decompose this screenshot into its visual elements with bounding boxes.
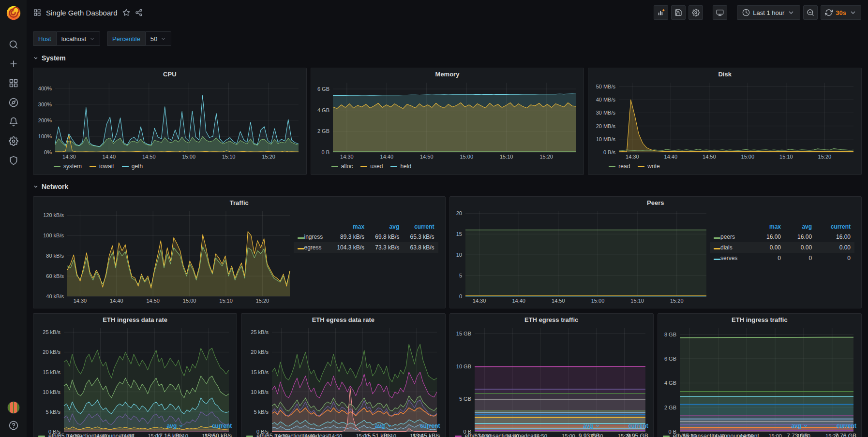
svg-text:10 MB/s: 10 MB/s bbox=[596, 136, 616, 142]
refresh-button[interactable]: 30s bbox=[821, 5, 861, 20]
svg-text:15:10: 15:10 bbox=[500, 154, 513, 160]
chevron-down-icon bbox=[33, 55, 39, 61]
dashboard-title[interactable]: Single Geth Dasboard bbox=[46, 9, 118, 17]
legend-value: 0.00 bbox=[816, 242, 854, 253]
grafana-logo[interactable] bbox=[5, 5, 22, 21]
legend-item[interactable]: eth/63 transaction broadcast bbox=[455, 433, 552, 437]
cycle-view-button[interactable] bbox=[713, 5, 727, 20]
peers-chart[interactable]: 0510152014:3014:4014:5015:0015:1015:20 bbox=[454, 208, 710, 305]
svg-text:0%: 0% bbox=[44, 149, 52, 155]
legend-header-avg[interactable]: avg bbox=[760, 422, 808, 429]
time-range-picker[interactable]: Last 1 hour bbox=[737, 5, 800, 20]
memory-legend: allocusedheld bbox=[315, 161, 580, 172]
svg-text:10 kB/s: 10 kB/s bbox=[251, 389, 269, 395]
chevron-down-icon bbox=[90, 36, 95, 42]
legend-item[interactable]: eth/65 transaction announcement bbox=[663, 433, 760, 437]
panel-title-disk[interactable]: Disk bbox=[588, 68, 861, 80]
svg-text:15:20: 15:20 bbox=[818, 154, 832, 160]
legend-header[interactable]: avg bbox=[785, 222, 816, 232]
legend-header[interactable]: max bbox=[754, 222, 785, 232]
server-admin-icon[interactable] bbox=[0, 151, 27, 170]
memory-chart[interactable]: 0 B2 GB4 GB6 GB14:3014:4014:5015:0015:10… bbox=[315, 80, 580, 161]
host-select[interactable]: localhost bbox=[56, 31, 100, 46]
legend-item[interactable]: iowait bbox=[90, 163, 114, 170]
legend-item[interactable]: used bbox=[360, 163, 383, 170]
share-icon[interactable] bbox=[135, 9, 143, 16]
legend-item[interactable]: eth/65 transaction announcement bbox=[38, 433, 135, 437]
svg-text:25 kB/s: 25 kB/s bbox=[251, 329, 269, 335]
svg-text:14:50: 14:50 bbox=[552, 298, 565, 304]
eth-egress-data-rate-chart[interactable]: 0 B/s5 kB/s10 kB/s15 kB/s20 kB/s25 kB/s1… bbox=[245, 325, 441, 420]
legend-row: egress104.3 kB/s73.3 kB/s63.8 kB/s bbox=[294, 242, 438, 253]
add-panel-button[interactable] bbox=[654, 5, 668, 20]
legend-label: read bbox=[618, 163, 630, 170]
legend-header[interactable]: max bbox=[330, 222, 368, 232]
help-icon[interactable] bbox=[0, 421, 27, 430]
cpu-chart[interactable]: 0%100%200%300%400%14:3014:4014:5015:0015… bbox=[37, 80, 302, 161]
legend-item[interactable]: held bbox=[390, 163, 411, 170]
legend-header-avg[interactable]: avg bbox=[344, 422, 392, 429]
dashboard-settings-button[interactable] bbox=[688, 5, 703, 20]
explore-icon[interactable] bbox=[0, 93, 27, 112]
save-dashboard-button[interactable] bbox=[671, 5, 686, 20]
chevron-down-icon bbox=[787, 9, 795, 16]
panel-title-peers[interactable]: Peers bbox=[450, 197, 862, 208]
panel-title-eth-ingress-traffic[interactable]: ETH ingress traffic bbox=[658, 314, 861, 325]
legend-item[interactable]: system bbox=[54, 163, 82, 170]
legend-header-current[interactable]: current bbox=[392, 422, 440, 429]
refresh-interval[interactable]: 30s bbox=[836, 9, 846, 16]
create-icon[interactable] bbox=[0, 54, 27, 73]
eth-ingress-traffic-chart[interactable]: 0 B2 GB4 GB6 GB8 GB14:3014:4014:5015:001… bbox=[662, 325, 857, 420]
panel-title-eth-ingress-data-rate[interactable]: ETH ingress data rate bbox=[33, 314, 237, 325]
legend-item[interactable]: geth bbox=[122, 163, 143, 170]
svg-text:15 GB: 15 GB bbox=[456, 331, 471, 336]
star-icon[interactable] bbox=[122, 9, 130, 16]
legend-color-mark bbox=[246, 436, 253, 437]
legend-header[interactable]: avg bbox=[368, 222, 403, 232]
legend-header-current[interactable]: current bbox=[808, 422, 856, 429]
svg-text:15:20: 15:20 bbox=[539, 154, 553, 160]
legend-color-mark bbox=[390, 166, 397, 167]
host-value: localhost bbox=[61, 35, 86, 43]
legend-item[interactable]: read bbox=[609, 163, 630, 170]
avatar[interactable] bbox=[7, 401, 20, 414]
panel-disk: Disk 0 B/s10 MB/s20 MB/s30 MB/s40 MB/s50… bbox=[588, 68, 862, 175]
legend-header-current[interactable]: current bbox=[183, 422, 232, 429]
svg-text:6 GB: 6 GB bbox=[664, 356, 676, 362]
panel-title-eth-egress-data-rate[interactable]: ETH egress data rate bbox=[241, 314, 445, 325]
legend-value: 104.3 kB/s bbox=[330, 242, 368, 253]
legend-value: 0.00 bbox=[785, 242, 816, 253]
row-header-network[interactable]: Network bbox=[33, 182, 862, 191]
legend-header-avg[interactable]: avg bbox=[135, 422, 183, 429]
alerting-icon[interactable] bbox=[0, 112, 27, 131]
panel-title-cpu[interactable]: CPU bbox=[33, 68, 306, 80]
disk-chart[interactable]: 0 B/s10 MB/s20 MB/s30 MB/s40 MB/s50 MB/s… bbox=[592, 80, 857, 161]
panel-eth-egress-data-rate: ETH egress data rate 0 B/s5 kB/s10 kB/s1… bbox=[241, 313, 445, 437]
configuration-icon[interactable] bbox=[0, 131, 27, 151]
panel-traffic: Traffic 40 kB/s60 kB/s80 kB/s100 kB/s120… bbox=[33, 196, 446, 308]
top-nav: Single Geth Dasboard Last 1 hour 30s bbox=[27, 0, 868, 25]
dashboards-icon[interactable] bbox=[0, 73, 27, 93]
panel-title-traffic[interactable]: Traffic bbox=[33, 197, 445, 208]
row-header-system[interactable]: System bbox=[33, 53, 862, 63]
zoom-out-button[interactable] bbox=[803, 5, 818, 20]
panel-title-eth-egress-traffic[interactable]: ETH egress traffic bbox=[450, 314, 653, 325]
legend-item[interactable]: serves bbox=[710, 253, 754, 263]
search-icon[interactable] bbox=[0, 35, 27, 54]
legend-item[interactable]: peers bbox=[710, 232, 754, 242]
legend-item[interactable]: dials bbox=[710, 242, 754, 253]
legend-header-current[interactable]: current bbox=[600, 422, 648, 429]
legend-item[interactable]: egress bbox=[294, 242, 330, 253]
legend-header[interactable]: current bbox=[403, 222, 438, 232]
traffic-chart[interactable]: 40 kB/s60 kB/s80 kB/s100 kB/s120 kB/s14:… bbox=[37, 208, 294, 305]
legend-header[interactable]: current bbox=[816, 222, 854, 232]
legend-item[interactable]: eth/65 transaction broadcast bbox=[246, 433, 343, 437]
eth-egress-traffic-chart[interactable]: 0 B5 GB10 GB15 GB14:3014:4014:5015:0015:… bbox=[454, 325, 649, 420]
legend-item[interactable]: alloc bbox=[331, 163, 353, 170]
legend-header-avg[interactable]: avg bbox=[552, 422, 600, 429]
legend-item[interactable]: write bbox=[638, 163, 659, 170]
legend-item[interactable]: ingress bbox=[294, 232, 330, 242]
panel-title-memory[interactable]: Memory bbox=[311, 68, 584, 80]
percentile-select[interactable]: 50 bbox=[145, 31, 171, 46]
eth-ingress-data-rate-chart[interactable]: 0 B/s5 kB/s10 kB/s15 kB/s20 kB/s25 kB/s1… bbox=[37, 325, 233, 420]
